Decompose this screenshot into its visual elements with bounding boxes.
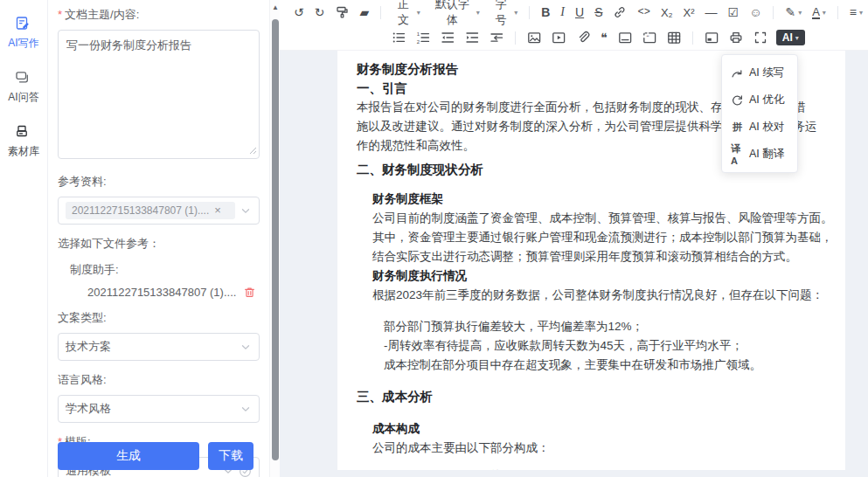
menu-item-label: AI 优化 xyxy=(749,93,784,107)
chevron-down-icon xyxy=(240,403,252,415)
document-line: 公司目前的制度涵盖了资金管理、成本控制、预算管理、核算与报告、风险管理等方面。 xyxy=(372,209,831,228)
superscript-icon[interactable]: X² xyxy=(680,4,698,21)
reference-tag[interactable]: 2021122715133847807 (1)....× xyxy=(66,202,235,219)
tag-close-icon[interactable]: × xyxy=(214,206,221,215)
topic-label: *文档主题/内容: xyxy=(58,7,260,23)
reference-file-row: 2021122715133847807 (1).... xyxy=(87,286,260,299)
copy-type-label: 文案类型: xyxy=(58,310,260,326)
underline-button[interactable]: U xyxy=(572,3,587,21)
menu-item-ai-optimize[interactable]: AI 优化 xyxy=(722,86,797,114)
align-icon[interactable]: ≡▾ xyxy=(846,3,866,21)
document-line: 其中，资金管理主要通过银行账户管理和现金流预测进行；成本控制以部门预算为基础， xyxy=(372,228,831,247)
bold-button[interactable]: B xyxy=(538,3,553,21)
sidebar-item-label: AI写作 xyxy=(8,36,38,51)
menu-item-ai-translate-icon: 译A xyxy=(731,148,744,161)
outdent-icon[interactable] xyxy=(437,29,458,46)
required-marker: * xyxy=(58,8,62,21)
highlight-pen-icon[interactable]: ✎▾ xyxy=(781,3,805,21)
toolbar-separator xyxy=(380,6,381,19)
ai-dropdown-menu: AI 续写AI 优化拼AI 校对译AAI 翻译 xyxy=(721,54,798,173)
attachment-icon[interactable] xyxy=(573,29,594,46)
sidebar-item-ai-qa[interactable]: AI问答 xyxy=(0,70,47,105)
ai-menu-button[interactable]: AI▾ xyxy=(776,30,805,45)
toolbar-separator xyxy=(515,31,516,45)
document-line: 财务制度框架 xyxy=(372,190,831,209)
inline-code-icon[interactable]: <> xyxy=(634,4,653,20)
document-line: -周转效率有待提高，应收账款周转天数为45天，高于行业平均水平； xyxy=(384,336,831,356)
image-icon[interactable] xyxy=(524,29,545,46)
emoji-icon[interactable]: ☺ xyxy=(746,3,765,21)
font-family-select[interactable]: 默认字体▾ xyxy=(427,0,483,30)
svg-text:1: 1 xyxy=(417,31,420,37)
document-line: 成本控制在部分项目中存在超支现象，主要集中在研发和市场推广领域。 xyxy=(384,356,831,375)
topic-textarea[interactable]: 写一份财务制度分析报告 xyxy=(58,30,260,159)
document-line: 财务制度执行情况 xyxy=(372,266,831,286)
clear-format-eraser-icon[interactable]: ▰ xyxy=(356,3,372,21)
indent-icon[interactable] xyxy=(462,29,483,46)
divider-block-icon[interactable] xyxy=(615,29,635,46)
doc-pen-icon xyxy=(15,16,32,33)
font-size-select[interactable]: 字号▾ xyxy=(487,0,521,30)
line-break-icon[interactable] xyxy=(486,29,507,46)
menu-item-ai-translate[interactable]: 译AAI 翻译 xyxy=(722,141,797,168)
scroll-up-arrow-icon[interactable]: ▲ xyxy=(271,3,280,11)
subscript-icon[interactable]: X₂ xyxy=(657,4,677,21)
toolbar-separator xyxy=(837,6,838,19)
sidebar-item-material-library[interactable]: 素材库 xyxy=(0,124,47,159)
chat-icon xyxy=(15,70,32,87)
ordered-list-icon[interactable]: 12 xyxy=(413,29,434,46)
app-window: AI写作AI问答素材库 *文档主题/内容: 写一份财务制度分析报告 参考资料: … xyxy=(0,0,868,477)
generate-button[interactable]: 生成 xyxy=(58,442,199,470)
redo-icon[interactable]: ↻ xyxy=(311,3,329,21)
task-list-icon[interactable]: ☑ xyxy=(725,3,743,21)
menu-item-label: AI 翻译 xyxy=(749,147,784,162)
menu-item-ai-proofread[interactable]: 拼AI 校对 xyxy=(722,114,797,141)
scrollbar-thumb[interactable] xyxy=(272,19,279,460)
italic-button[interactable]: I xyxy=(557,3,568,21)
video-icon[interactable] xyxy=(548,29,569,46)
strikethrough-button[interactable]: S xyxy=(591,3,606,21)
horizontal-rule-icon[interactable]: — xyxy=(702,3,721,21)
document-line: 部分部门预算执行偏差较大，平均偏差率为12%； xyxy=(384,317,831,336)
reference-select[interactable]: 2021122715133847807 (1)....× xyxy=(58,197,260,225)
reference-label: 参考资料: xyxy=(58,174,260,190)
document-line: 人力成本：占总成本的35%； xyxy=(384,467,831,470)
undo-icon[interactable]: ↺ xyxy=(290,3,308,21)
style-select[interactable]: 学术风格 xyxy=(58,395,260,423)
paragraph-style-select[interactable]: 正文▾ xyxy=(389,0,423,30)
blockquote-icon[interactable]: ❝ xyxy=(597,29,611,46)
menu-item-ai-continue[interactable]: AI 续写 xyxy=(722,59,797,86)
svg-text:“: “ xyxy=(646,34,649,41)
sidebar-item-ai-writing[interactable]: AI写作 xyxy=(0,16,47,51)
chevron-down-icon xyxy=(240,204,252,217)
card-block-icon[interactable] xyxy=(701,29,722,46)
chevron-down-icon xyxy=(240,341,252,353)
sidebar-item-label: AI问答 xyxy=(8,90,38,105)
document-line: 三、成本分析 xyxy=(357,387,831,406)
reference-file-name: 2021122715133847807 (1).... xyxy=(87,286,243,299)
code-block-icon[interactable]: “ xyxy=(639,29,660,46)
document-line: 根据2023年前三季度的财务数据，公司整体财务制度执行情况良好，但存在以下问题： xyxy=(372,286,831,305)
toolbar-separator xyxy=(529,6,530,19)
delete-file-trash-icon[interactable] xyxy=(243,286,256,299)
copy-type-select[interactable]: 技术方案 xyxy=(58,333,260,361)
download-button[interactable]: 下载 xyxy=(208,442,253,470)
refresh-icon-icon xyxy=(731,93,744,107)
editor-toolbar: ↺↻▰正文▾默认字体▾字号▾BIUS<>X₂X²—☑☺✎▾A▾≡▾ 12❝“AI… xyxy=(280,0,868,51)
nav-sidebar: AI写作AI问答素材库 xyxy=(0,0,48,477)
fullscreen-icon[interactable] xyxy=(750,29,771,46)
document-line: 结合实际支出进行动态调整；预算管理则采用年度预算和滚动预算相结合的方式。 xyxy=(372,247,831,266)
link-icon[interactable] xyxy=(609,3,630,21)
library-icon xyxy=(15,124,32,142)
menu-item-label: AI 校对 xyxy=(749,120,784,135)
menu-item-ai-proofread-icon: 拼 xyxy=(731,121,744,134)
document-line: 公司的成本主要由以下部分构成： xyxy=(372,439,831,458)
menu-item-label: AI 续写 xyxy=(749,66,784,80)
format-painter-icon[interactable] xyxy=(331,3,352,21)
table-icon[interactable] xyxy=(663,29,684,46)
print-icon[interactable] xyxy=(726,29,746,46)
font-color-icon[interactable]: A▾ xyxy=(809,4,830,21)
bullet-list-icon[interactable] xyxy=(388,29,409,46)
sidebar-item-label: 素材库 xyxy=(8,144,39,159)
resize-grip-icon[interactable] xyxy=(249,142,257,158)
